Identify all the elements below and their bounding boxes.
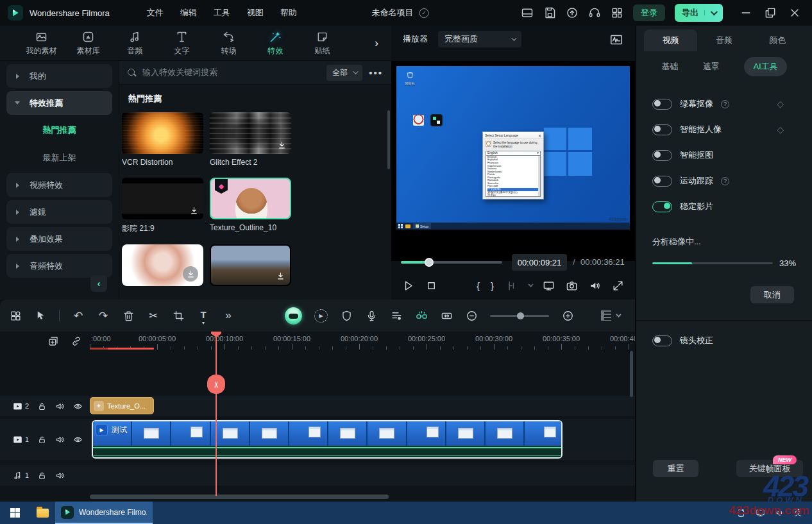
save-icon[interactable] bbox=[543, 6, 556, 19]
snapshot-button[interactable] bbox=[566, 280, 578, 292]
effects-search-bar[interactable]: 输入特效关键词搜索 全部 ••• bbox=[119, 61, 391, 85]
split-scissors-icon[interactable]: ✂ bbox=[147, 309, 160, 322]
close-button[interactable] bbox=[785, 4, 804, 21]
mute-icon[interactable] bbox=[55, 435, 65, 444]
sidebar-item-filters[interactable]: 濾鏡 bbox=[6, 200, 112, 224]
start-button[interactable] bbox=[0, 502, 30, 524]
sidebar-item-recommended[interactable]: 特效推薦 bbox=[6, 91, 112, 115]
layout-panel-icon[interactable] bbox=[521, 6, 534, 19]
sidebar-item-newest[interactable]: 最新上架 bbox=[0, 146, 119, 170]
tab-transitions[interactable]: 转场 bbox=[205, 30, 252, 56]
video-preview[interactable]: 回收站 ··· ··· Select Setup Language ✕ Sele… bbox=[396, 66, 630, 230]
sidebar-item-mine[interactable]: 我的 bbox=[6, 64, 112, 88]
undo-icon[interactable]: ↶ bbox=[72, 309, 85, 322]
timeline-horizontal-scrollbar[interactable] bbox=[90, 494, 389, 499]
effect-thumbnail[interactable] bbox=[210, 244, 291, 286]
maximize-button[interactable] bbox=[761, 4, 780, 21]
zoom-out-icon[interactable] bbox=[465, 309, 478, 322]
reset-button[interactable]: 重置 bbox=[653, 460, 698, 477]
video-clip-selected[interactable]: ▶ 测试 bbox=[92, 420, 562, 459]
sidebar-item-audio-effects[interactable]: 音頻特效 bbox=[6, 254, 112, 278]
mark-out-button[interactable]: } bbox=[491, 280, 494, 291]
tab-audio[interactable]: 音频 bbox=[112, 30, 158, 56]
play-button[interactable] bbox=[402, 280, 414, 292]
export-button[interactable]: 导出 bbox=[675, 4, 723, 22]
sidebar-item-hot[interactable]: 熱門推薦 bbox=[0, 118, 119, 142]
timeline-vertical-scrollbar[interactable] bbox=[630, 351, 633, 397]
lock-icon[interactable] bbox=[37, 471, 47, 480]
hide-eye-icon[interactable] bbox=[73, 435, 83, 444]
file-explorer-button[interactable] bbox=[30, 509, 55, 518]
marker-icon[interactable] bbox=[340, 309, 353, 322]
track-height-menu[interactable] bbox=[601, 310, 626, 321]
menu-help[interactable]: 帮助 bbox=[280, 7, 297, 19]
effect-thumbnail[interactable] bbox=[122, 178, 203, 219]
tab-effects[interactable]: 特效 bbox=[252, 30, 299, 56]
effect-thumbnail[interactable] bbox=[210, 112, 291, 154]
timeline-zoom-slider[interactable] bbox=[490, 315, 549, 317]
ai-portrait-toggle[interactable] bbox=[652, 124, 672, 135]
menu-edit[interactable]: 编辑 bbox=[180, 7, 197, 19]
tab-stickers[interactable]: 贴纸 bbox=[299, 30, 346, 56]
delete-icon[interactable] bbox=[122, 309, 135, 322]
help-icon[interactable]: ? bbox=[721, 100, 729, 108]
speed-text-icon[interactable]: T▾ bbox=[197, 309, 210, 322]
tab-audio-props[interactable]: 音频 bbox=[697, 30, 750, 51]
tray-volume-icon[interactable] bbox=[775, 508, 784, 518]
render-preview-icon[interactable]: ▶ bbox=[314, 309, 328, 323]
timeline-ruler[interactable]: :00:00 00:00:05:00 00:00:10:00 00:00:15:… bbox=[90, 332, 635, 350]
subtitle-list-icon[interactable] bbox=[390, 309, 403, 322]
lock-icon[interactable] bbox=[37, 435, 47, 444]
voiceover-mic-icon[interactable] bbox=[365, 309, 378, 322]
playhead-cut-button[interactable]: ✂ bbox=[207, 375, 225, 394]
menu-tools[interactable]: 工具 bbox=[214, 7, 230, 19]
tray-clipboard-icon[interactable] bbox=[736, 508, 746, 518]
export-dropdown-icon[interactable] bbox=[704, 10, 716, 15]
effect-item-portrait[interactable] bbox=[122, 244, 203, 286]
volume-button[interactable] bbox=[589, 280, 601, 292]
sidebar-item-video-effects[interactable]: 視頻特效 bbox=[6, 173, 112, 197]
link-clips-icon[interactable] bbox=[71, 335, 82, 347]
lock-icon[interactable] bbox=[37, 401, 47, 411]
download-icon[interactable] bbox=[189, 205, 199, 216]
lens-correction-toggle[interactable] bbox=[652, 335, 672, 346]
tray-display-icon[interactable] bbox=[756, 508, 765, 518]
support-headset-icon[interactable] bbox=[588, 6, 601, 19]
apps-grid-icon[interactable] bbox=[611, 6, 623, 19]
zoom-slider-knob[interactable] bbox=[517, 312, 524, 319]
trim-dropdown-icon[interactable] bbox=[528, 282, 533, 287]
download-icon[interactable] bbox=[183, 266, 198, 282]
crop-icon[interactable] bbox=[172, 309, 185, 322]
tab-color[interactable]: 颜色 bbox=[751, 30, 804, 51]
login-button[interactable]: 登录 bbox=[633, 4, 665, 21]
tab-stock-media[interactable]: 素材库 bbox=[65, 30, 112, 56]
menu-view[interactable]: 视图 bbox=[247, 7, 264, 19]
seek-bar[interactable] bbox=[401, 261, 502, 264]
download-icon[interactable] bbox=[276, 140, 287, 151]
scopes-icon[interactable] bbox=[609, 33, 623, 46]
download-icon[interactable] bbox=[275, 271, 286, 282]
stabilization-toggle[interactable] bbox=[652, 201, 672, 212]
seek-knob[interactable] bbox=[425, 258, 434, 267]
stop-button[interactable] bbox=[425, 280, 437, 292]
zoom-in-icon[interactable] bbox=[561, 309, 574, 322]
fullscreen-button[interactable] bbox=[612, 280, 624, 292]
menu-file[interactable]: 文件 bbox=[147, 7, 164, 19]
filter-dropdown[interactable]: 全部 bbox=[326, 65, 362, 81]
quality-dropdown[interactable]: 完整画质 bbox=[438, 31, 521, 47]
timeline-layout-icon[interactable] bbox=[9, 309, 22, 322]
effects-scrollbar[interactable] bbox=[387, 110, 390, 169]
fit-timeline-icon[interactable] bbox=[440, 309, 453, 322]
mirror-display-button[interactable] bbox=[543, 280, 555, 292]
cancel-button[interactable]: 取消 bbox=[750, 286, 794, 303]
effect-thumbnail-selected[interactable]: ◆ bbox=[210, 178, 291, 219]
more-tools-icon[interactable]: » bbox=[222, 309, 235, 322]
taskbar-task-filmora[interactable]: Wondershare Filmo... bbox=[55, 502, 153, 524]
select-tool-icon[interactable] bbox=[34, 309, 47, 322]
nav-expand-chevron-icon[interactable]: › bbox=[375, 37, 382, 50]
effect-item-glitch[interactable]: Glitch Effect 2 bbox=[210, 112, 291, 167]
sidebar-item-overlays[interactable]: 叠加效果 bbox=[6, 227, 112, 251]
search-input[interactable]: 输入特效关键词搜索 bbox=[142, 67, 320, 78]
sidebar-collapse-button[interactable]: ‹ bbox=[90, 275, 107, 292]
subtab-basic[interactable]: 基础 bbox=[661, 61, 678, 72]
